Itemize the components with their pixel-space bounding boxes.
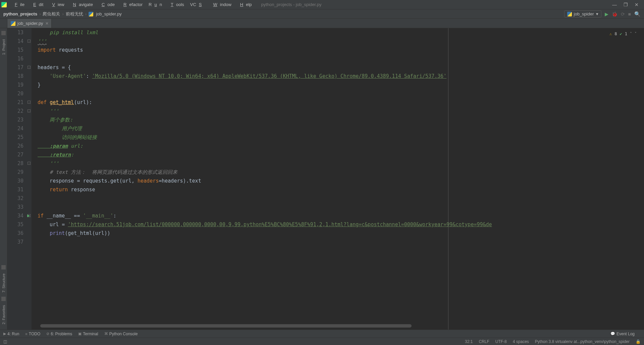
code-line[interactable]: ''' — [38, 107, 644, 115]
run-config-name: job_spider — [574, 11, 594, 16]
editor-tab-active[interactable]: job_spider.py ✕ — [7, 19, 52, 28]
menu-window[interactable]: Window — [208, 1, 234, 8]
code-line[interactable]: # text 方法： 将网页源代码通过文本的形式返回回来 — [38, 168, 644, 177]
horizontal-scrollbar-thumb[interactable] — [40, 324, 412, 328]
problems-toolwindow-button[interactable]: ⊘ 6: Problems — [46, 332, 72, 336]
breadcrumb-sep: › — [62, 11, 63, 16]
breadcrumb: python_projects › 爬虫相关 › 前程无忧 › job_spid… — [3, 11, 122, 17]
run-line-marker[interactable]: ▶ — [27, 213, 30, 218]
code-line[interactable]: 两个参数: — [38, 115, 644, 124]
editor-tabs: job_spider.py ✕ — [0, 19, 644, 28]
run-configuration-selector[interactable]: job_spider ▾ — [564, 10, 601, 17]
debug-button[interactable]: 🐞 — [612, 11, 618, 17]
code-area[interactable]: ⚠ 8 ✔ 1 ˄ ˅ pip install lxml'''import re… — [32, 28, 644, 330]
python-interpreter[interactable]: Python 3.8 virtualenv at...python_venv\p… — [535, 339, 630, 344]
project-tool-icon[interactable] — [1, 31, 6, 35]
code-line[interactable] — [38, 203, 644, 211]
code-line[interactable]: :return: — [38, 150, 644, 159]
python-console-toolwindow-button[interactable]: ⌘ Python Console — [104, 332, 138, 336]
code-line[interactable] — [38, 238, 644, 246]
menu-help[interactable]: Help — [235, 1, 255, 8]
close-tab-icon[interactable]: ✕ — [45, 21, 49, 26]
terminal-label: Terminal — [83, 332, 98, 336]
stop-button[interactable]: ■ — [628, 11, 631, 17]
code-line[interactable]: import requests — [38, 46, 644, 54]
code-line[interactable]: ''' — [38, 37, 644, 46]
favorites-toolwindow-button[interactable]: 2: Favorites — [2, 305, 6, 324]
line-number: 20 — [7, 89, 23, 98]
structure-toolwindow-button[interactable]: 7: Structure — [2, 274, 6, 293]
code-line[interactable]: return response — [38, 185, 644, 194]
fold-toggle[interactable]: - — [28, 40, 31, 43]
event-log-button[interactable]: 💬 Event Log — [610, 332, 635, 336]
line-separator[interactable]: CRLF — [479, 339, 489, 344]
breadcrumb-dir1[interactable]: 爬虫相关 — [43, 11, 60, 17]
code-line[interactable]: } — [38, 81, 644, 89]
warning-count: 8 — [614, 32, 617, 36]
code-line[interactable]: response = requests.get(url, headers=hea… — [38, 177, 644, 185]
code-line[interactable] — [38, 54, 644, 63]
line-number: 28 — [7, 159, 23, 168]
line-number: 33 — [7, 203, 23, 211]
menu-run[interactable]: Run — [146, 1, 165, 8]
code-line[interactable]: :param url: — [38, 142, 644, 150]
fold-toggle[interactable]: - — [28, 162, 31, 165]
breadcrumb-file[interactable]: job_spider.py — [96, 11, 122, 16]
fold-toggle[interactable]: - — [28, 109, 31, 112]
readonly-lock-icon[interactable]: 🔒 — [636, 339, 641, 344]
tool-window-stripe-bottom: ▶ 4: Run ≡ TODO ⊘ 6: Problems ▣ Terminal… — [0, 330, 644, 338]
file-encoding[interactable]: UTF-8 — [495, 339, 507, 344]
code-line[interactable]: 用户代理 — [38, 124, 644, 133]
run-toolwindow-button[interactable]: ▶ 4: Run — [3, 332, 19, 336]
code-line[interactable]: headers = { — [38, 63, 644, 72]
menu-refactor[interactable]: Refactor — [118, 1, 145, 8]
line-number: 26 — [7, 142, 23, 150]
fold-toggle[interactable]: - — [28, 66, 31, 69]
menu-view[interactable]: View — [47, 1, 67, 8]
menu-file[interactable]: File — [9, 1, 27, 8]
run-coverage-button[interactable]: ⟳ — [621, 11, 625, 17]
statusbar-left-icon[interactable]: ◫ — [3, 339, 7, 344]
editor[interactable]: 1314151617181920212223242526272829303132… — [7, 28, 644, 330]
code-line[interactable]: ''' — [38, 159, 644, 168]
line-number: 23 — [7, 115, 23, 124]
favorites-tool-icon[interactable] — [1, 297, 6, 301]
chevron-down-icon[interactable]: ˅ — [635, 32, 637, 36]
project-toolwindow-button[interactable]: 1: Project — [2, 39, 6, 55]
chevron-up-icon[interactable]: ˄ — [630, 32, 632, 36]
code-line[interactable] — [38, 89, 644, 98]
maximize-button[interactable]: ❐ — [624, 2, 628, 7]
breadcrumb-project[interactable]: python_projects — [3, 11, 37, 16]
code-line[interactable]: 'User-Agent': 'Mozilla/5.0 (Windows NT 1… — [38, 72, 644, 81]
terminal-toolwindow-button[interactable]: ▣ Terminal — [78, 332, 98, 336]
menu-vcs[interactable]: VCS — [187, 1, 207, 8]
code-line[interactable]: print(get_html(url)) — [38, 229, 644, 238]
todo-label: TODO — [29, 332, 40, 336]
window-controls: — ❐ ✕ — [612, 2, 643, 7]
code-line[interactable]: url = 'https://search.51job.com/list/000… — [38, 220, 644, 229]
menubar: File Edit View Navigate Code Refactor Ru… — [9, 1, 255, 8]
horizontal-scrollbar-track[interactable] — [40, 325, 639, 329]
search-everywhere-button[interactable]: 🔍 — [634, 11, 641, 17]
menu-edit[interactable]: Edit — [28, 1, 46, 8]
close-button[interactable]: ✕ — [635, 2, 639, 7]
indent-setting[interactable]: 4 spaces — [513, 339, 529, 344]
minimize-button[interactable]: — — [612, 2, 617, 7]
todo-toolwindow-button[interactable]: ≡ TODO — [25, 332, 40, 336]
code-line[interactable]: pip install lxml — [38, 28, 644, 37]
run-button[interactable]: ▶ — [605, 11, 608, 17]
menu-navigate[interactable]: Navigate — [68, 1, 96, 8]
code-line[interactable] — [38, 194, 644, 203]
code-line[interactable]: 访问的网站链接 — [38, 133, 644, 142]
fold-toggle[interactable]: - — [28, 101, 31, 104]
caret-position[interactable]: 32:1 — [465, 339, 473, 344]
menu-tools[interactable]: Tools — [165, 1, 187, 8]
code-line[interactable]: def get_html(url): — [38, 98, 644, 107]
menu-code[interactable]: Code — [96, 1, 117, 8]
typo-icon: ✔ — [620, 32, 622, 36]
code-line[interactable]: if __name__ == '__main__': — [38, 211, 644, 220]
inspections-widget[interactable]: ⚠ 8 ✔ 1 ˄ ˅ — [608, 31, 638, 37]
structure-tool-icon[interactable] — [1, 265, 6, 269]
breadcrumb-dir2[interactable]: 前程无忧 — [66, 11, 83, 17]
line-number: 25 — [7, 133, 23, 142]
